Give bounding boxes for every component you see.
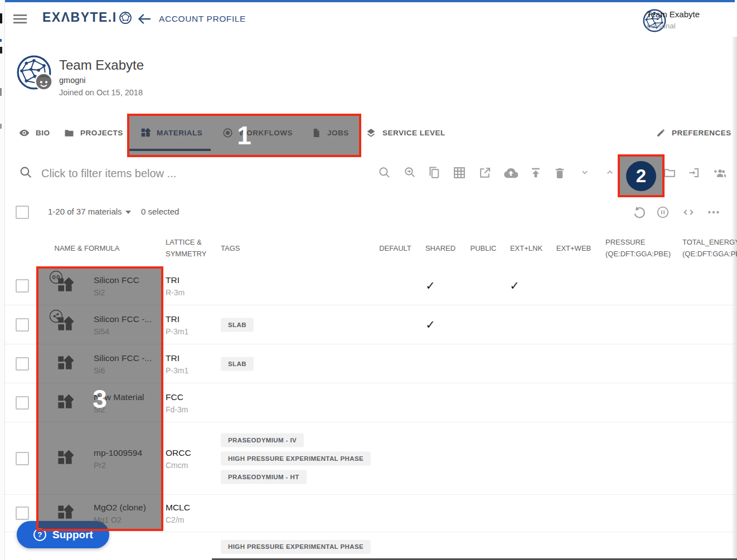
pencil-icon — [656, 128, 666, 138]
tag-chip: HIGH PRESSURE EXPERIMENTAL PHASE — [221, 540, 371, 554]
window-artifact — [0, 88, 2, 96]
profile-name: Team Exabyte — [59, 57, 144, 73]
hamburger-menu-icon[interactable] — [13, 13, 27, 25]
copy-icon[interactable] — [428, 166, 442, 180]
lattice-cell: TRIR-3m — [166, 275, 185, 296]
table-controls-bar: 1-20 of 37 materials 0 selected — [5, 194, 735, 230]
layers-icon — [365, 127, 377, 139]
column-header-total-energy: TOTAL_ENERGY(QE:DFT:GGA:PBE) — [682, 236, 737, 260]
profile-header: Team Exabyte gmogni Joined on Oct 15, 20… — [5, 37, 735, 115]
scroll-edge-shade — [731, 37, 737, 560]
row-checkbox[interactable] — [16, 318, 29, 332]
row-checkbox[interactable] — [16, 452, 29, 465]
table-grid-icon[interactable] — [453, 166, 467, 180]
lattice-cell: FCCFd-3m — [166, 392, 188, 413]
tags-cell: SLAB — [221, 318, 254, 332]
search-again-icon[interactable] — [403, 166, 417, 180]
lattice-cell: MCLCC2/m — [166, 503, 190, 524]
annotation-box-2: 2 — [618, 154, 665, 197]
user-name: Team Exabyte — [647, 9, 719, 19]
code-icon[interactable] — [681, 205, 696, 220]
column-header-ext-lnk: EXT+LNK — [510, 244, 542, 252]
column-header-pressure: PRESSURE(QE:DFT:GGA:PBE) — [605, 236, 671, 260]
row-checkbox[interactable] — [16, 507, 29, 520]
search-icon — [19, 165, 33, 179]
selected-count: 0 selected — [141, 207, 179, 216]
annotation-number-3: 3 — [93, 386, 107, 412]
open-in-new-icon[interactable] — [478, 166, 492, 180]
column-header-public: PUBLIC — [471, 244, 497, 252]
account-profile-screen: EXΛBYTE.I ACCOUNT PROFILE — [0, 0, 737, 560]
shared-checkmark: ✓ — [425, 318, 435, 332]
tab-label: PROJECTS — [80, 129, 123, 137]
tab-label: PREFERENCES — [672, 129, 731, 137]
row-checkbox[interactable] — [16, 396, 29, 410]
tags-cell: SLAB — [221, 357, 254, 371]
logo-globe-icon — [119, 11, 132, 25]
chevron-down-icon[interactable] — [579, 166, 593, 180]
tab-label: SERVICE LEVEL — [382, 129, 445, 137]
column-header-tags: TAGS — [221, 242, 240, 254]
tab-projects[interactable]: PROJECTS — [64, 115, 123, 151]
annotation-box-1: 1 — [127, 114, 361, 157]
chevron-up-icon[interactable] — [604, 166, 618, 180]
annotation-number-1: 1 — [237, 123, 251, 148]
logo-text: EXΛBYTE.I — [42, 10, 117, 25]
window-artifact — [0, 47, 2, 53]
lattice-cell: TRIP-3m1 — [166, 314, 188, 335]
table-header-row: NAME & FORMULA LATTICE &SYMMETRY TAGS DE… — [5, 229, 735, 267]
row-checkbox[interactable] — [16, 279, 29, 293]
back-arrow-icon[interactable] — [137, 11, 152, 27]
ext-lnk-checkmark: ✓ — [510, 279, 520, 293]
eye-icon — [18, 127, 30, 139]
window-artifact — [0, 39, 2, 42]
tags-cell: HIGH PRESSURE EXPERIMENTAL PHASE — [221, 540, 371, 560]
upload-icon[interactable] — [529, 166, 543, 180]
exabyte-logo[interactable]: EXΛBYTE.I — [42, 10, 132, 25]
lattice-cell: ORCCCmcm — [166, 447, 191, 469]
tab-label: BIO — [36, 129, 50, 137]
tags-cell: PRASEODYMIUM - IV HIGH PRESSURE EXPERIME… — [221, 433, 371, 484]
face-badge-icon — [34, 72, 54, 91]
svg-text:?: ? — [37, 530, 42, 539]
delete-icon[interactable] — [553, 166, 567, 180]
more-horiz-icon[interactable] — [706, 205, 721, 220]
pagination-count[interactable]: 1-20 of 37 materials — [48, 207, 122, 216]
page-title: ACCOUNT PROFILE — [159, 14, 246, 24]
lattice-cell: TRIP-3m1 — [166, 353, 188, 374]
column-header-ext-web: EXT+WEB — [556, 244, 591, 252]
undo-icon[interactable] — [632, 205, 647, 220]
profile-username: gmogni — [59, 76, 86, 85]
chevron-down-icon[interactable] — [125, 211, 131, 214]
folder-open-icon[interactable] — [663, 166, 677, 180]
annotation-box-3: 3 — [36, 266, 163, 531]
cloud-upload-icon[interactable] — [504, 166, 518, 180]
tag-chip: PRASEODYMIUM - IV — [221, 433, 304, 447]
row-checkbox[interactable] — [16, 357, 29, 371]
shared-checkmark: ✓ — [425, 279, 435, 293]
user-account-type: personal — [647, 22, 719, 30]
tab-service-level[interactable]: SERVICE LEVEL — [365, 115, 445, 151]
column-header-default: DEFAULT — [379, 244, 411, 252]
filter-input[interactable] — [40, 163, 332, 183]
group-add-icon[interactable] — [712, 166, 726, 180]
exit-to-app-icon[interactable] — [687, 166, 701, 180]
annotation-badge-circle: 2 — [626, 161, 656, 191]
annotation-number-2: 2 — [636, 167, 646, 185]
search-icon[interactable] — [378, 166, 392, 180]
tab-preferences[interactable]: PREFERENCES — [656, 115, 731, 151]
tag-chip: SLAB — [221, 318, 254, 332]
table-row: HIGH PRESSURE EXPERIMENTAL PHASE — [5, 532, 735, 560]
tab-bio[interactable]: BIO — [18, 115, 50, 151]
column-header-shared: SHARED — [425, 244, 455, 252]
window-artifact — [0, 13, 2, 23]
column-header-name: NAME & FORMULA — [54, 244, 119, 252]
tag-chip: SLAB — [221, 357, 254, 371]
select-all-checkbox[interactable] — [16, 206, 29, 219]
column-header-lattice: LATTICE &SYMMETRY — [166, 236, 206, 260]
top-bar: EXΛBYTE.I ACCOUNT PROFILE — [5, 2, 735, 37]
window-artifact — [0, 124, 2, 129]
tag-chip: HIGH PRESSURE EXPERIMENTAL PHASE — [221, 451, 371, 465]
pause-circle-icon[interactable] — [656, 205, 670, 220]
profile-joined-date: Joined on Oct 15, 2018 — [59, 88, 143, 97]
